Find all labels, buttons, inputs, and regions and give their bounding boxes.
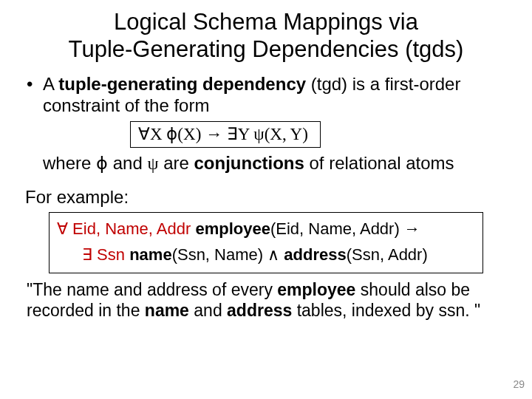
- text: of relational atoms: [304, 153, 454, 173]
- text: where: [43, 153, 96, 173]
- pred-address: address: [284, 245, 346, 264]
- formula: ∀X ϕ(X) → ∃Y ψ(X, Y): [138, 125, 308, 143]
- phi-symbol: ϕ: [96, 154, 108, 173]
- title-line-2: Tuple-Generating Dependencies (tgds): [69, 36, 464, 62]
- pred-name: name: [129, 245, 171, 264]
- bullet-item: • A tuple-generating dependency (tgd) is…: [25, 73, 507, 117]
- example-box: ∀ Eid, Name, Addr employee(Eid, Name, Ad…: [49, 212, 483, 273]
- text: (tgd): [306, 74, 347, 94]
- bullet-text: A tuple-generating dependency (tgd) is a…: [43, 73, 507, 117]
- title-line-1: Logical Schema Mappings via: [114, 9, 418, 35]
- text: tables, indexed by ssn. ": [292, 301, 480, 320]
- text: A: [43, 74, 58, 94]
- example-line-1: ∀ Eid, Name, Addr employee(Eid, Name, Ad…: [57, 216, 475, 242]
- formula-box: ∀X ϕ(X) → ∃Y ψ(X, Y): [130, 121, 321, 148]
- psi-symbol: ψ: [147, 154, 158, 173]
- pred-employee: employee: [195, 219, 270, 238]
- example-line-2: ∃ Ssn name(Ssn, Name) ∧ address(Ssn, Add…: [57, 242, 475, 267]
- text: constraint of the form: [43, 95, 209, 115]
- slide-body: • A tuple-generating dependency (tgd) is…: [0, 63, 532, 321]
- text: (Ssn, Name) ∧: [172, 245, 284, 264]
- text: (Ssn, Addr): [347, 245, 428, 264]
- text: (Eid, Name, Addr) →: [270, 219, 420, 238]
- term-tgd: tuple-generating dependency: [58, 74, 306, 94]
- text: are: [158, 153, 194, 173]
- slide-title: Logical Schema Mappings via Tuple-Genera…: [0, 0, 532, 63]
- text: is a first-order: [347, 74, 460, 94]
- where-clause: where ϕ and ψ are conjunctions of relati…: [25, 152, 507, 174]
- term-employee: employee: [277, 280, 355, 299]
- text: and: [189, 301, 227, 320]
- bullet-dot: •: [25, 73, 43, 117]
- page-number: 29: [513, 378, 525, 390]
- for-example-label: For example:: [25, 186, 507, 208]
- text: and: [108, 153, 147, 173]
- quantifier-existential: ∃ Ssn: [82, 245, 129, 264]
- text: "The name and address of every: [27, 280, 277, 299]
- term-name: name: [145, 301, 189, 320]
- term-conjunctions: conjunctions: [194, 153, 304, 173]
- quantifier-universal: ∀ Eid, Name, Addr: [57, 219, 195, 238]
- term-address: address: [227, 301, 292, 320]
- explanation-quote: "The name and address of every employee …: [25, 279, 507, 321]
